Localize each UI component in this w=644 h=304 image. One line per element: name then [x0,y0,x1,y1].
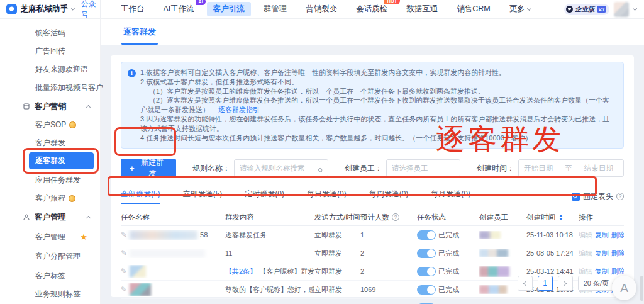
nav-item-ai-workflow[interactable]: AI工作流AI [157,2,201,16]
enable-toggle[interactable] [417,267,436,276]
brand-area[interactable]: 芝麻私域助手 公众号 [0,0,101,18]
sidebar-item-app-task-mass-send[interactable]: 应用任务群发 [0,171,100,189]
search-icon[interactable] [318,165,324,171]
sidebar-item-customer-allocation[interactable]: 客户分配管理 [0,247,100,266]
table-header-row: 任务名称 群发内容 发送方式/时间 预计人数? 任务状态 创建员工 创建时间 操… [121,209,624,226]
redacted-task-name [130,230,197,240]
fixed-header-checkbox[interactable] [572,193,580,201]
tab-monthly-send[interactable]: 每月发送(0) [431,189,470,204]
user-avatar[interactable] [614,2,629,17]
sidebar-section-customer-management[interactable]: 客户管理 [0,208,100,227]
medal-badge-icon [69,121,76,128]
nav-item-group-management[interactable]: 群管理 [257,2,294,16]
sidebar-item-customer-sop[interactable]: 客户SOP [0,116,100,134]
sidebar-section-customer-marketing[interactable]: 客户营销 [0,97,100,116]
copy-action[interactable]: 复制 [595,267,609,276]
create-time-label: 创建时间： [477,163,514,174]
sidebar-item-customer-mass-send[interactable]: 客户群发 [0,134,100,152]
alert-line: （1）客户群发是按照员工的维度做群发任务推送，所以一个员工在一个群发任务下最多就… [140,87,616,96]
section-collapse-chevron-icon [86,104,91,109]
info-icon: i [128,69,136,77]
tab-per-customer-mass-send[interactable]: 逐客群发 [123,19,156,45]
hot-badge: HOT [384,0,400,4]
table-row: ✎58 逐客群发任务 立即群发 1 已完成 25-11-03 10:18 编辑复… [121,226,624,244]
nav-item-workbench[interactable]: 工作台 [114,2,151,16]
chevron-left-icon [523,281,528,285]
next-page-button[interactable] [558,276,573,291]
edit-pencil-icon[interactable]: ✎ [121,230,127,239]
fixed-header-control: 固定表头 ? [572,191,624,202]
sidebar-item-customer-journey[interactable]: 客户旅程 [0,189,100,208]
more-chevron-down-icon [527,6,531,11]
medal-badge-icon [69,195,75,202]
version-number-badge: v3 [597,6,606,13]
enable-toggle[interactable] [417,230,436,240]
nav-item-customer-acquisition[interactable]: 客户引流 [207,2,251,16]
nav-item-more[interactable]: 更多 [503,2,537,16]
question-circle-icon[interactable]: ? [616,193,624,200]
tab-weekly-send[interactable]: 每周发送(0) [369,189,409,204]
tab-immediate-send[interactable]: 立即发送(5) [183,189,223,204]
create-time-range-input[interactable] [518,159,624,177]
tab-daily-send[interactable]: 每日发送(0) [307,189,347,204]
prev-page-button[interactable] [518,276,533,291]
redacted-thumbnail [130,283,151,296]
assistant-floating-button[interactable]: A [612,276,636,300]
sidebar-item-per-customer-mass-send[interactable]: 逐客群发 [29,152,94,169]
user-menu-chevron-down-icon[interactable] [633,6,637,11]
marketing-section-icon [23,103,30,110]
alert-line: 3.因为逐客群发的功能特性，您在创建群发任务后，该任务会处于执行中的状态，直至任… [140,115,616,133]
chevron-right-icon [562,281,567,285]
nav-item-data-interchange[interactable]: 数据互通 [400,2,444,16]
edit-action: 编辑 [579,230,592,240]
sidebar-item-batch-add-video[interactable]: 批量添加视频号客户 [0,79,100,97]
delete-action[interactable]: 删除 [611,230,624,240]
edit-pencil-icon[interactable]: ✎ [121,285,127,294]
edit-pencil-icon[interactable]: ✎ [121,267,127,276]
section-collapse-chevron-icon [86,215,91,220]
edit-action: 编辑 [579,249,592,258]
redacted-avatar [479,231,501,239]
tab-all-mass-send[interactable]: 全部群发(5) [121,189,160,204]
fixed-header-label: 固定表头 [583,191,613,202]
page-tabbar: 逐客群发 [101,19,644,45]
edit-action: 编辑 [579,267,592,276]
app-window: 芝麻私域助手 公众号 工作台 AI工作流AI 客户引流 群管理 营销裂变 会话质… [0,0,644,304]
rule-name-input[interactable] [234,159,328,177]
tab-scheduled-send[interactable]: 定时群发(0) [245,189,284,204]
info-alert: i 1.依据客户资料可自定义插入客户昵称、客户备注等唯一性的资料字段填充至群发内… [121,62,624,149]
delete-action[interactable]: 删除 [611,249,624,258]
mass-send-guide-link[interactable]: 逐客群发指引 [218,106,260,113]
edit-pencil-icon[interactable]: ✎ [121,249,127,257]
brand-chevron-down-icon[interactable] [71,6,75,11]
header-create-time[interactable]: 创建时间 [526,213,579,222]
sidebar-item-lock-qrcode[interactable]: 锁客活码 [0,24,100,42]
send-type-tabs: 全部群发(5) 立即发送(5) 定时群发(0) 每日发送(0) 每周发送(0) … [121,189,624,204]
enable-toggle[interactable] [417,249,436,258]
sidebar-item-customer-tags[interactable]: 客户标签 [0,266,100,285]
rule-name-label: 规则名称： [192,163,230,174]
sidebar-item-ad-return[interactable]: 广告回传 [0,42,100,60]
nav-item-chat-inspection[interactable]: 会话质检HOT [350,2,394,16]
alert-line: （2）逐客群发是按照客户维度做群发任务推送的，所以一个员工在一个群发任务下收到的… [140,96,616,115]
scrollbar-thumb[interactable] [640,276,643,301]
redacted-avatar [479,285,507,294]
question-circle-icon[interactable]: ? [392,213,399,221]
nav-item-marketing-fission[interactable]: 营销裂变 [299,2,343,16]
delete-action[interactable]: 删除 [611,267,624,276]
sidebar: 锁客活码 广告回传 好友来源欢迎语 批量添加视频号客户 客户营销 客户SOP 客… [0,19,101,304]
nav-item-sales-crm[interactable]: 销售CRM [450,2,496,16]
enable-toggle[interactable] [417,285,436,295]
create-mass-send-button[interactable]: + 新建群发 [121,159,176,177]
sort-icon[interactable] [559,215,563,220]
copy-action[interactable]: 复制 [595,230,609,240]
brand-tag[interactable]: 公众号 [80,0,100,20]
sidebar-item-business-rule-tags[interactable]: 业务规则标签 [0,285,100,303]
copy-action[interactable]: 复制 [595,249,609,258]
sidebar-item-customer-management[interactable]: 客户管理★ [0,227,100,247]
main-nav: 工作台 AI工作流AI 客户引流 群管理 营销裂变 会话质检HOT 数据互通 销… [101,2,564,16]
create-staff-input[interactable] [386,159,460,177]
page-number-button[interactable]: 1 [538,276,553,291]
redacted-avatar [479,266,509,277]
sidebar-item-friend-welcome[interactable]: 好友来源欢迎语 [0,60,100,79]
